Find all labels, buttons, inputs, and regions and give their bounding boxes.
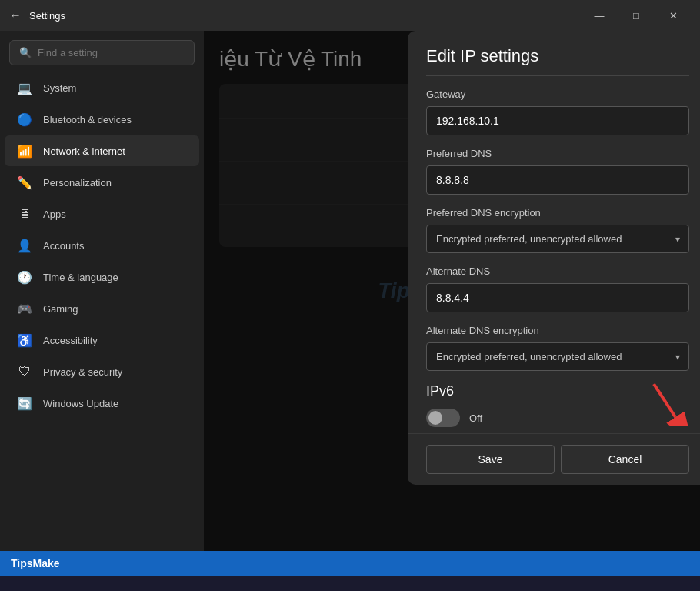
sidebar: 🔍 💻 System 🔵 Bluetooth & devices 📶 Netwo… <box>0 31 204 551</box>
preferred-dns-input[interactable] <box>426 165 689 195</box>
alternate-dns-encryption-select[interactable]: Encrypted preferred, unencrypted allowed… <box>426 342 689 371</box>
alternate-dns-input[interactable] <box>426 283 689 312</box>
dialog-title: Edit IP settings <box>426 46 689 66</box>
alternate-dns-encryption-wrapper: Encrypted preferred, unencrypted allowed… <box>426 342 689 371</box>
sidebar-label-accounts: Accounts <box>43 240 84 252</box>
gateway-label: Gateway <box>426 88 689 100</box>
ipv6-section: IPv6 Off <box>426 383 689 433</box>
sidebar-item-gaming[interactable]: 🎮 Gaming <box>5 293 199 324</box>
search-box[interactable]: 🔍 <box>9 40 195 65</box>
sidebar-item-windows-update[interactable]: 🔄 Windows Update <box>5 388 199 419</box>
sidebar-label-bluetooth: Bluetooth & devices <box>43 114 132 125</box>
accounts-icon: 👤 <box>17 238 32 253</box>
personalization-icon: ✏️ <box>17 175 32 190</box>
preferred-dns-encryption-group: Preferred DNS encryption Encrypted prefe… <box>426 207 689 253</box>
network-icon: 📶 <box>17 143 32 159</box>
sidebar-label-network: Network & internet <box>43 145 125 157</box>
sidebar-label-personalization: Personalization <box>43 177 112 189</box>
gateway-input[interactable] <box>426 106 689 135</box>
system-icon: 💻 <box>17 80 32 95</box>
window-controls: — □ ✕ <box>582 3 691 28</box>
brand-label: TipsMake <box>11 557 60 569</box>
maximize-button[interactable]: □ <box>618 3 654 28</box>
alternate-dns-group: Alternate DNS <box>426 265 689 312</box>
ipv6-title: IPv6 <box>426 383 689 399</box>
edit-ip-dialog: Edit IP settings Gateway Preferred DNS <box>408 31 700 485</box>
sidebar-item-accessibility[interactable]: ♿ Accessibility <box>5 325 199 356</box>
ipv6-toggle[interactable] <box>426 409 460 427</box>
sidebar-label-accessibility: Accessibility <box>43 335 98 346</box>
bottom-bar: TipsMake <box>0 551 700 576</box>
preferred-dns-encryption-wrapper: Encrypted preferred, unencrypted allowed… <box>426 225 689 253</box>
save-button[interactable]: Save <box>426 445 555 474</box>
dialog-body: Gateway Preferred DNS Preferred DNS encr… <box>408 76 700 433</box>
close-button[interactable]: ✕ <box>655 3 691 28</box>
gateway-group: Gateway <box>426 88 689 135</box>
sidebar-item-bluetooth[interactable]: 🔵 Bluetooth & devices <box>5 104 199 135</box>
preferred-dns-group: Preferred DNS <box>426 148 689 195</box>
back-button[interactable]: ← <box>9 8 22 22</box>
sidebar-label-time: Time & language <box>43 272 118 283</box>
apps-icon: 🖥 <box>17 206 32 222</box>
ipv6-toggle-label: Off <box>469 412 482 424</box>
minimize-button[interactable]: — <box>582 3 617 28</box>
title-bar: ← Settings — □ ✕ <box>0 0 700 31</box>
sidebar-label-update: Windows Update <box>43 398 118 409</box>
toggle-knob <box>428 411 442 425</box>
search-icon: 🔍 <box>19 47 32 58</box>
sidebar-item-accounts[interactable]: 👤 Accounts <box>5 230 199 261</box>
dialog-header: Edit IP settings <box>408 31 700 75</box>
alternate-dns-encryption-label: Alternate DNS encryption <box>426 325 689 336</box>
preferred-dns-encryption-select[interactable]: Encrypted preferred, unencrypted allowed… <box>426 225 689 253</box>
sidebar-label-system: System <box>43 82 76 94</box>
search-input[interactable] <box>38 47 185 58</box>
sidebar-label-gaming: Gaming <box>43 303 78 315</box>
modal-overlay: Edit IP settings Gateway Preferred DNS <box>204 31 700 551</box>
window-title: Settings <box>29 10 65 22</box>
gaming-icon: 🎮 <box>17 301 32 316</box>
main-window: ← Settings — □ ✕ 🔍 💻 System 🔵 Bluetooth <box>0 0 700 576</box>
bluetooth-icon: 🔵 <box>17 112 32 127</box>
accessibility-icon: ♿ <box>17 332 32 348</box>
sidebar-item-system[interactable]: 💻 System <box>5 72 199 103</box>
sidebar-item-network[interactable]: 📶 Network & internet <box>5 135 199 166</box>
alternate-dns-label: Alternate DNS <box>426 265 689 277</box>
alternate-dns-encryption-group: Alternate DNS encryption Encrypted prefe… <box>426 325 689 371</box>
cancel-button[interactable]: Cancel <box>561 445 689 474</box>
sidebar-item-personalization[interactable]: ✏️ Personalization <box>5 167 199 198</box>
sidebar-item-apps[interactable]: 🖥 Apps <box>5 199 199 229</box>
time-icon: 🕐 <box>17 269 32 285</box>
right-panel: iệu Từ Vệ Tinh ∧ Edit Edit <box>204 31 700 551</box>
sidebar-item-time[interactable]: 🕐 Time & language <box>5 262 199 292</box>
ipv6-toggle-row: Off <box>426 409 689 427</box>
sidebar-label-apps: Apps <box>43 209 66 220</box>
preferred-dns-label: Preferred DNS <box>426 148 689 159</box>
sidebar-item-privacy[interactable]: 🛡 Privacy & security <box>5 356 199 387</box>
content-area: 🔍 💻 System 🔵 Bluetooth & devices 📶 Netwo… <box>0 31 700 551</box>
sidebar-label-privacy: Privacy & security <box>43 366 122 378</box>
update-icon: 🔄 <box>17 396 32 411</box>
privacy-icon: 🛡 <box>17 364 32 379</box>
dialog-footer: Save Cancel <box>408 433 700 485</box>
sidebar-nav: 💻 System 🔵 Bluetooth & devices 📶 Network… <box>0 72 204 543</box>
preferred-dns-encryption-label: Preferred DNS encryption <box>426 207 689 219</box>
